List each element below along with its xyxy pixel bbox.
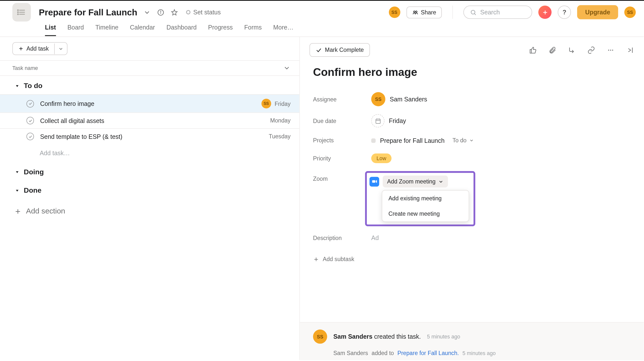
project-title[interactable]: Prepare for Fall Launch (39, 7, 138, 17)
help-button[interactable]: ? (558, 6, 571, 19)
tab-list[interactable]: List (45, 24, 56, 36)
tab-dashboard[interactable]: Dashboard (166, 24, 197, 35)
set-status[interactable]: Set status (186, 9, 221, 16)
section-doing[interactable]: Doing (0, 162, 300, 181)
zoom-button-label: Add Zoom meeting (387, 178, 436, 185)
info-icon[interactable] (157, 9, 164, 16)
priority-badge[interactable]: Low (371, 153, 392, 163)
description-label: Description (313, 235, 371, 241)
svg-point-12 (471, 10, 475, 14)
zoom-menu-add-existing[interactable]: Add existing meeting (382, 190, 469, 206)
column-task-name: Task name (12, 65, 38, 71)
svg-point-24 (610, 49, 611, 50)
add-zoom-meeting-button[interactable]: Add Zoom meeting (383, 176, 448, 187)
upgrade-button[interactable]: Upgrade (577, 5, 618, 19)
link-icon[interactable] (587, 46, 595, 54)
tab-forms[interactable]: Forms (244, 24, 262, 35)
check-icon (316, 47, 322, 53)
chevron-down-icon[interactable] (283, 64, 290, 72)
task-row[interactable]: Confirm hero imageSSFriday (0, 94, 300, 112)
activity-added-by: Sam Sanders (334, 350, 368, 356)
section-to-do[interactable]: To do (0, 76, 300, 95)
svg-point-8 (160, 11, 161, 11)
add-subtask-button[interactable]: Add subtask (313, 245, 630, 262)
tab-more[interactable]: More… (273, 24, 294, 35)
activity-creator: Sam Sanders (334, 333, 372, 340)
projects-label: Projects (313, 137, 371, 144)
add-section-button[interactable]: Add section (0, 199, 300, 216)
svg-rect-27 (376, 119, 380, 123)
due-date-value[interactable]: Friday (389, 117, 406, 124)
search-input[interactable]: Search (464, 6, 532, 19)
zoom-highlight-box: Add Zoom meeting Add existing meeting Cr… (365, 171, 475, 226)
chevron-down-icon (438, 179, 443, 184)
task-due: Monday (270, 117, 290, 124)
attachment-icon[interactable] (548, 46, 556, 54)
task-title[interactable]: Confirm hero image (313, 66, 630, 79)
activity-project-link[interactable]: Prepare for Fall Launch. (397, 350, 459, 356)
svg-point-5 (18, 14, 18, 15)
svg-marker-19 (16, 171, 18, 173)
add-subtask-label: Add subtask (323, 256, 354, 263)
add-task-button[interactable]: Add task (12, 42, 67, 55)
share-button[interactable]: Share (406, 6, 442, 18)
svg-marker-9 (172, 10, 177, 15)
chevron-down-icon[interactable] (144, 9, 151, 16)
tab-progress[interactable]: Progress (208, 24, 233, 35)
task-title: Collect all digital assets (40, 117, 270, 124)
task-row[interactable]: Collect all digital assetsMonday (0, 112, 300, 128)
tab-calendar[interactable]: Calendar (130, 24, 155, 35)
caret-icon (15, 170, 20, 174)
add-task-caret[interactable] (54, 43, 67, 54)
activity-added-text: added to (372, 350, 394, 356)
more-icon[interactable] (606, 46, 614, 54)
svg-point-10 (414, 11, 415, 13)
project-icon[interactable] (12, 3, 31, 22)
task-assignee-avatar[interactable]: SS (261, 99, 271, 108)
section-done[interactable]: Done (0, 180, 300, 199)
assignee-name[interactable]: Sam Sanders (390, 96, 427, 103)
activity-avatar[interactable]: SS (313, 329, 327, 344)
task-due: Friday (275, 100, 290, 107)
complete-check-icon[interactable] (26, 117, 34, 124)
mark-complete-button[interactable]: Mark Complete (310, 43, 370, 57)
assignee-avatar[interactable]: SS (371, 92, 386, 106)
tab-board[interactable]: Board (67, 24, 84, 35)
assignee-label: Assignee (313, 96, 371, 103)
project-section-token[interactable]: To do (449, 135, 478, 146)
caret-icon (15, 188, 20, 193)
tab-timeline[interactable]: Timeline (95, 24, 118, 35)
complete-check-icon[interactable] (26, 133, 34, 140)
user-avatar[interactable]: SS (624, 7, 636, 18)
calendar-icon[interactable] (371, 114, 384, 127)
svg-point-4 (18, 12, 18, 13)
like-icon[interactable] (529, 46, 537, 54)
project-section-label: To do (452, 137, 467, 144)
task-row[interactable]: Send template to ESP (& test)Tuesday (0, 128, 300, 144)
mark-complete-label: Mark Complete (325, 47, 364, 53)
search-placeholder: Search (480, 9, 500, 16)
omni-add-button[interactable] (538, 6, 552, 19)
description-field[interactable]: Ad (371, 234, 379, 241)
zoom-menu-create-new[interactable]: Create new meeting (382, 206, 469, 221)
svg-marker-18 (16, 85, 18, 87)
activity-created-time: 5 minutes ago (427, 333, 460, 340)
member-avatar[interactable]: SS (389, 7, 400, 18)
activity-added-time: 5 minutes ago (462, 350, 496, 356)
zoom-dropdown-menu: Add existing meeting Create new meeting (382, 190, 469, 222)
set-status-label: Set status (193, 9, 221, 16)
project-name[interactable]: Prepare for Fall Launch (380, 137, 444, 144)
activity-created-text: created this task. (374, 333, 421, 340)
svg-marker-32 (376, 180, 377, 183)
status-dot-icon (186, 10, 191, 14)
complete-check-icon[interactable] (26, 100, 34, 107)
star-icon[interactable] (171, 9, 178, 16)
search-icon (470, 9, 477, 16)
close-panel-icon[interactable] (626, 46, 634, 54)
task-due: Tuesday (269, 133, 290, 140)
svg-point-11 (416, 11, 417, 13)
svg-marker-20 (16, 190, 18, 191)
add-task-inline[interactable]: Add task… (0, 144, 300, 162)
subtask-icon[interactable] (568, 46, 576, 54)
share-label: Share (421, 9, 436, 16)
